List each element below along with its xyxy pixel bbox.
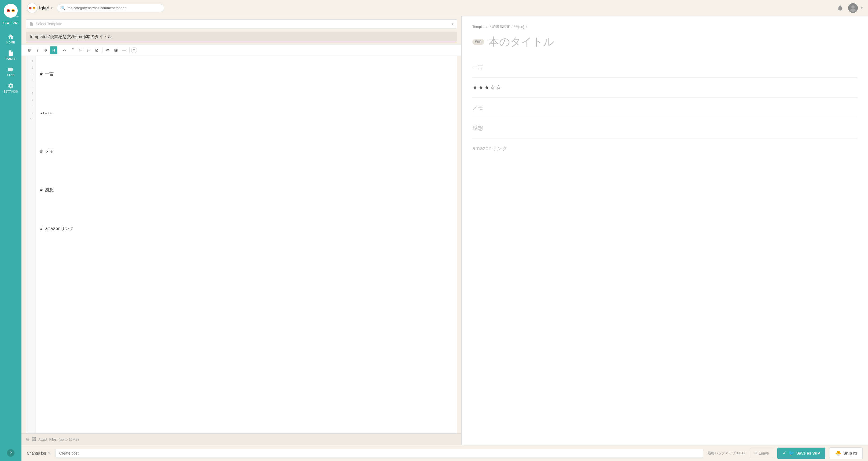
svg-point-2: [850, 8, 856, 12]
sidebar-logo[interactable]: ✏: [0, 0, 22, 22]
line-numbers: 1 2 3 4 5 6 7 8 9 10: [26, 56, 36, 433]
sidebar-item-settings[interactable]: SETTINGS: [0, 79, 22, 95]
title-bar: [22, 32, 461, 44]
blockquote-button[interactable]: ": [69, 47, 76, 54]
help-button[interactable]: ?: [7, 449, 14, 457]
sidebar-item-settings-label: SETTINGS: [3, 90, 18, 93]
bold-button[interactable]: B: [26, 47, 33, 54]
sidebar: ✏ NEW POST HOME POSTS TAGS SETTINGS ?: [0, 0, 22, 461]
breadcrumb-sep-3: /: [526, 25, 527, 29]
last-backup-label: 最終バックアップ: [708, 451, 736, 455]
changelog-input[interactable]: [55, 449, 704, 458]
user-avatar[interactable]: [848, 3, 858, 13]
topbar-right: ▾: [835, 3, 863, 13]
preview-title-row: WIP 本のタイトル: [472, 34, 857, 49]
attach-size: (up to 10MB): [59, 437, 79, 441]
line-num-3: 3: [26, 71, 35, 77]
title-input[interactable]: [26, 32, 457, 42]
editor-text[interactable]: # 一言 ★★★☆☆ # メモ # 感想 # amazonリンク: [36, 56, 457, 433]
bell-icon: [837, 5, 843, 11]
save-wip-logo: 🐦: [788, 450, 794, 456]
wip-badge: WIP: [472, 39, 484, 45]
notification-button[interactable]: [835, 3, 845, 13]
table-button[interactable]: [112, 47, 120, 54]
leave-button[interactable]: ✕ Leave: [750, 448, 773, 458]
check-icon: ✓: [783, 451, 786, 456]
editor-line-6: [40, 167, 453, 174]
task-button[interactable]: ☑: [93, 47, 101, 54]
image-icon: 🖼: [32, 437, 36, 442]
link-button[interactable]: [104, 47, 112, 54]
topbar-search[interactable]: 🔍: [57, 4, 164, 12]
preview-stars: ★★★☆☆: [472, 84, 502, 91]
sidebar-item-home[interactable]: HOME: [0, 30, 22, 46]
toolbar-sep-1: [59, 48, 59, 53]
template-icon: [29, 22, 34, 26]
editor-line-7: # 感想: [40, 187, 453, 193]
attach-bar[interactable]: ⊕ 🖼 Attach Files (up to 10MB): [22, 433, 461, 445]
line-num-4: 4: [26, 77, 35, 84]
editor-pane: Select Template ▾ B I S H <> ": [22, 16, 462, 445]
preview-section-stars: ★★★☆☆: [472, 78, 857, 98]
preview-section-kansou: 感想: [472, 118, 857, 139]
new-post-label[interactable]: NEW POST: [2, 22, 19, 26]
sidebar-item-tags[interactable]: TAGS: [0, 63, 22, 79]
changelog-text: Change log: [27, 451, 46, 455]
avatar-dropdown-icon[interactable]: ▾: [861, 6, 863, 10]
breadcrumb: Templates / 読書感想文 / %{me} /: [472, 24, 857, 29]
strikethrough-button[interactable]: S: [42, 47, 49, 54]
preview-pane: Templates / 読書感想文 / %{me} / WIP 本のタイトル 一…: [462, 16, 868, 445]
search-input[interactable]: [68, 6, 160, 10]
editor-line-1: # 一言: [40, 71, 453, 77]
template-dropdown-icon: ▾: [452, 22, 454, 26]
home-icon: [7, 34, 14, 40]
line-num-10: 10: [26, 116, 35, 122]
topbar-dropdown-icon[interactable]: ▾: [51, 6, 53, 10]
breadcrumb-category: 読書感想文: [493, 24, 510, 29]
line-num-2: 2: [26, 64, 35, 71]
topbar-logo: [27, 3, 37, 13]
editor-lines: 1 2 3 4 5 6 7 8 9 10 # 一言 ★★★☆☆: [26, 56, 457, 433]
line-num-1: 1: [26, 58, 35, 64]
breadcrumb-me: %{me}: [514, 25, 524, 29]
heading-button[interactable]: H: [50, 47, 57, 54]
line-num-6: 6: [26, 90, 35, 97]
line-num-8: 8: [26, 103, 35, 110]
editor-toolbar: B I S H <> " ☑: [22, 44, 461, 56]
preview-memo-text: メモ: [472, 105, 483, 111]
editor-line-5: # メモ: [40, 148, 453, 155]
editor-content[interactable]: 1 2 3 4 5 6 7 8 9 10 # 一言 ★★★☆☆: [26, 56, 457, 433]
ul-button[interactable]: [77, 47, 85, 54]
attach-label: Attach Files: [38, 437, 57, 441]
code-button[interactable]: <>: [61, 47, 68, 54]
help-toolbar-button[interactable]: ?: [131, 47, 137, 53]
editor-line-2: [40, 90, 453, 97]
italic-button[interactable]: I: [34, 47, 41, 54]
save-wip-button[interactable]: ✓ 🐦 Save as WIP: [777, 448, 825, 459]
content-area: Select Template ▾ B I S H <> ": [22, 16, 868, 445]
editor-line-4: [40, 129, 453, 135]
last-backup: 最終バックアップ 14:17: [708, 451, 745, 456]
svg-point-1: [851, 5, 855, 8]
breadcrumb-sep-2: /: [512, 25, 513, 29]
changelog-label[interactable]: Change log ✎: [27, 451, 51, 455]
line-num-7: 7: [26, 97, 35, 103]
template-select[interactable]: Select Template ▾: [26, 19, 457, 28]
template-placeholder: Select Template: [36, 22, 62, 26]
line-num-9: 9: [26, 110, 35, 116]
preview-section-memo: メモ: [472, 98, 857, 118]
main-container: igiari ▾ 🔍 ▾: [22, 0, 868, 461]
hr-button[interactable]: —: [120, 47, 128, 54]
breadcrumb-templates: Templates: [472, 25, 488, 29]
ol-button[interactable]: [85, 47, 93, 54]
sidebar-item-home-label: HOME: [6, 41, 15, 44]
posts-icon: [7, 50, 14, 56]
ship-button[interactable]: 🐣 Ship It!: [830, 447, 863, 459]
sidebar-item-posts[interactable]: POSTS: [0, 46, 22, 63]
tags-icon: [7, 66, 14, 73]
toolbar-sep-2: [102, 48, 102, 53]
topbar: igiari ▾ 🔍 ▾: [22, 0, 868, 16]
leave-x-icon: ✕: [754, 451, 757, 456]
preview-amazon-text: amazonリンク: [472, 146, 507, 151]
template-bar: Select Template ▾: [22, 16, 461, 32]
